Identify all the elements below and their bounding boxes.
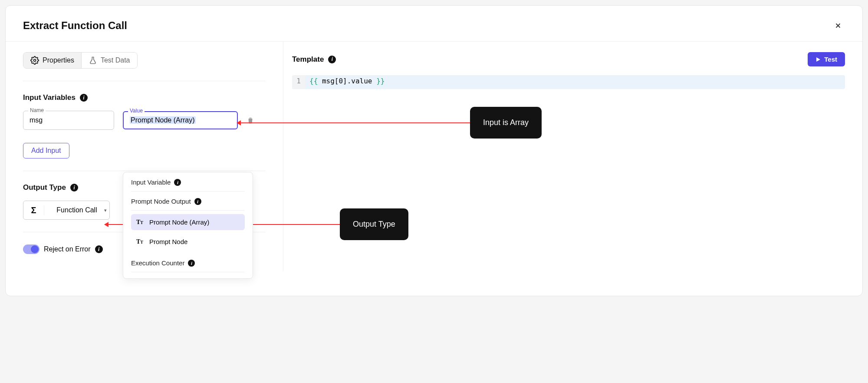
divider [23, 171, 266, 171]
dropdown-group-prompt-node-output: Prompt Node Output i TT Prompt Node (Arr… [123, 192, 253, 250]
extract-function-call-modal: Extract Function Call Properties Test Da… [5, 5, 863, 296]
dropdown-group-label-text: Input Variable [131, 178, 171, 186]
output-type-value: Function Call [44, 206, 109, 214]
output-type-heading-text: Output Type [23, 183, 66, 192]
dropdown-group-input-variable: Input Variable i [123, 172, 253, 192]
name-input[interactable] [23, 111, 114, 130]
left-panel: Properties Test Data Input Variables i N… [6, 42, 283, 271]
tab-test-data-label: Test Data [101, 56, 130, 64]
add-input-button[interactable]: Add Input [23, 143, 69, 158]
dropdown-item-label: Prompt Node (Array) [149, 218, 209, 226]
flask-icon [89, 56, 97, 65]
toggle-knob [31, 245, 39, 253]
dropdown-group-label: Execution Counter i [131, 259, 245, 272]
text-type-icon: TT [136, 238, 144, 245]
info-icon[interactable]: i [328, 56, 336, 63]
close-button[interactable] [831, 19, 845, 33]
callout-output-type: Output Type [340, 208, 408, 240]
test-button-label: Test [824, 56, 837, 63]
code-brace-open: {{ [309, 77, 318, 85]
template-header: Template i Test [292, 52, 845, 66]
dropdown-group-execution-counter: Execution Counter i [123, 253, 253, 272]
input-variables-heading: Input Variables i [23, 93, 266, 102]
code-expression: msg[0].value [318, 77, 376, 85]
line-number: 1 [292, 77, 305, 85]
delete-input-button[interactable] [247, 116, 254, 125]
name-field-label: Name [28, 107, 46, 113]
info-icon[interactable]: i [194, 198, 201, 205]
dropdown-item-label: Prompt Node [149, 238, 187, 245]
output-type-select[interactable]: Σ Function Call ▾ [23, 201, 110, 220]
input-row: Name Value Prompt Node (Array) [23, 111, 266, 130]
svg-point-0 [34, 59, 36, 62]
reject-on-error-label: Reject on Error [44, 245, 91, 253]
modal-body: Properties Test Data Input Variables i N… [6, 42, 862, 271]
tab-properties[interactable]: Properties [23, 53, 81, 68]
gear-icon [30, 56, 39, 65]
info-icon[interactable]: i [70, 184, 78, 192]
info-icon[interactable]: i [174, 179, 181, 186]
value-input[interactable]: Prompt Node (Array) [123, 111, 238, 129]
dropdown-item-prompt-node[interactable]: TT Prompt Node [131, 234, 245, 250]
dropdown-item-prompt-node-array[interactable]: TT Prompt Node (Array) [131, 214, 245, 230]
name-field-wrapper: Name [23, 111, 114, 130]
code-gutter: 1 [292, 75, 305, 89]
value-field-label: Value [128, 108, 145, 114]
trash-icon [247, 116, 254, 125]
template-heading: Template i [292, 55, 336, 64]
input-variables-section: Input Variables i Name Value Prompt Node… [23, 93, 266, 158]
dropdown-group-label-text: Prompt Node Output [131, 198, 191, 205]
dropdown-group-label: Prompt Node Output i [131, 198, 245, 211]
code-content: {{ msg[0].value }} [305, 75, 389, 89]
close-icon [834, 22, 842, 30]
right-panel: Template i Test 1 {{ msg[0].value }} Inp… [283, 42, 862, 271]
annotation-arrow [237, 122, 470, 123]
test-button[interactable]: Test [808, 52, 845, 66]
value-dropdown: Input Variable i Prompt Node Output i TT… [123, 172, 253, 279]
template-code-editor[interactable]: 1 {{ msg[0].value }} [292, 75, 845, 89]
code-brace-close: }} [376, 77, 385, 85]
divider [23, 81, 266, 81]
sigma-icon: Σ [23, 205, 44, 215]
chevron-down-icon: ▾ [104, 208, 107, 213]
tab-test-data[interactable]: Test Data [81, 53, 137, 68]
modal-title: Extract Function Call [23, 20, 127, 32]
tab-properties-label: Properties [43, 56, 74, 64]
template-heading-text: Template [292, 55, 324, 64]
play-icon [815, 57, 821, 62]
input-variables-heading-text: Input Variables [23, 93, 76, 102]
info-icon[interactable]: i [188, 260, 195, 267]
text-type-icon: TT [136, 219, 144, 226]
dropdown-group-label: Input Variable i [131, 178, 245, 192]
tab-group: Properties Test Data [23, 52, 138, 69]
value-field-wrapper: Value Prompt Node (Array) [123, 111, 238, 129]
dropdown-group-label-text: Execution Counter [131, 259, 184, 267]
reject-on-error-toggle[interactable] [23, 244, 39, 254]
value-input-text: Prompt Node (Array) [130, 116, 196, 124]
info-icon[interactable]: i [95, 245, 103, 253]
callout-input-is-array: Input is Array [470, 107, 542, 139]
info-icon[interactable]: i [80, 94, 88, 102]
modal-header: Extract Function Call [6, 6, 862, 42]
